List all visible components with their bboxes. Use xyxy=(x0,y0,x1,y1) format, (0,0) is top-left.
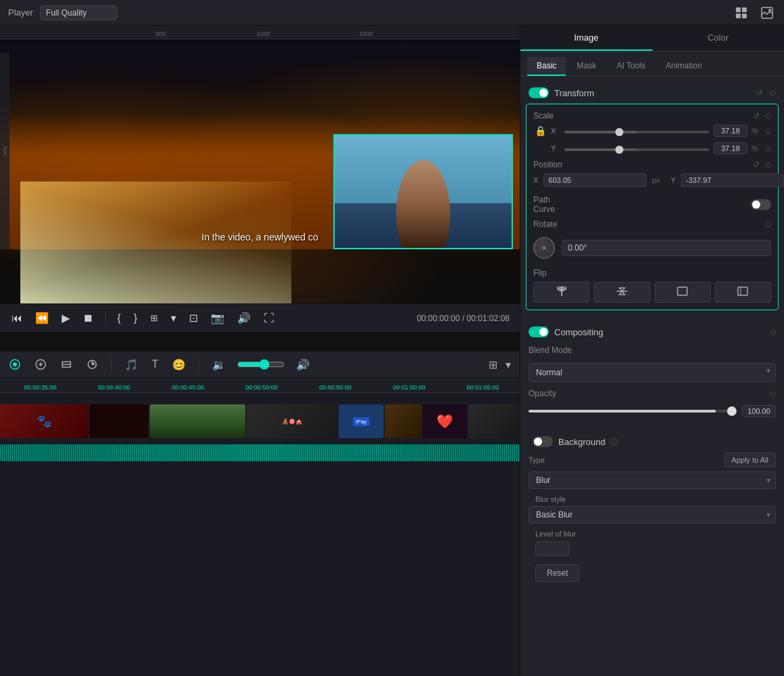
play-prev-button[interactable]: ⏪ xyxy=(34,310,50,326)
compositing-toggle[interactable] xyxy=(529,326,549,337)
time-display: 00:00:00:00 / 00:01:02:08 xyxy=(417,314,510,323)
pos-y-label: Y xyxy=(671,176,676,184)
timeline-grid-btn[interactable]: ⊞ xyxy=(487,356,499,373)
rotate-diamond-btn[interactable]: ◇ xyxy=(765,219,771,229)
timeline-tool-sticker[interactable]: 😊 xyxy=(170,356,188,373)
compositing-diamond-btn[interactable]: ◇ xyxy=(770,327,776,337)
blur-style-select[interactable]: Basic Blur Gaussian Blur Motion Blur xyxy=(529,506,776,524)
scale-y-value[interactable] xyxy=(714,142,747,154)
scale-y-slider[interactable] xyxy=(564,148,709,151)
position-undo-btn[interactable]: ↺ xyxy=(753,160,760,169)
tl-mark-1: 00:00:40:00 xyxy=(77,384,151,391)
lock-icon[interactable]: 🔒 xyxy=(533,125,547,136)
volume-up-btn[interactable]: 🔊 xyxy=(294,356,312,373)
subtab-ai-tools[interactable]: AI Tools xyxy=(607,57,655,76)
audio-button[interactable]: 🔊 xyxy=(236,310,252,326)
svg-rect-3 xyxy=(742,14,747,18)
position-diamond-btn[interactable]: ◇ xyxy=(765,160,771,169)
timeline-tool-0[interactable] xyxy=(7,356,23,373)
quality-select[interactable]: Full Quality Half Quality Quarter Qualit… xyxy=(40,5,117,20)
split-dropdown[interactable]: ▾ xyxy=(169,310,178,326)
transform-undo-btn[interactable]: ↺ xyxy=(756,88,763,98)
pos-x-input[interactable] xyxy=(543,173,646,187)
clip-8[interactable] xyxy=(468,404,520,438)
scale-x-value[interactable] xyxy=(714,125,747,137)
blur-level-input-row xyxy=(529,541,776,560)
split-dropdown-btn[interactable]: ▾ xyxy=(169,310,178,326)
controls-divider xyxy=(105,312,106,325)
background-info-icon: ⓘ xyxy=(611,437,618,447)
clip-2[interactable] xyxy=(89,404,148,438)
blend-mode-section: Blend Mode Normal Multiply Screen Overla… xyxy=(526,343,779,382)
timeline-tool-1[interactable] xyxy=(33,356,49,373)
rotate-header: Rotate ◇ xyxy=(533,219,771,229)
apply-to-all-btn[interactable]: Apply to All xyxy=(724,452,776,467)
portrait-overlay[interactable] xyxy=(333,134,513,249)
timeline-tracks[interactable]: 🐾 🧸🎯🎪 iPay ❤️ xyxy=(0,393,520,676)
opacity-value[interactable] xyxy=(742,405,776,417)
blend-mode-select[interactable]: Normal Multiply Screen Overlay xyxy=(529,363,776,382)
background-toggle[interactable] xyxy=(533,436,553,447)
transform-toggle[interactable] xyxy=(529,87,549,98)
timeline-tool-2[interactable] xyxy=(58,356,75,373)
rotate-keyframe: ◇ xyxy=(765,219,771,229)
timeline-tool-music[interactable]: 🎵 xyxy=(123,356,140,373)
video-display[interactable]: In the video, a newlywed co 500 xyxy=(0,39,520,303)
volume-slider[interactable] xyxy=(237,359,285,370)
image-view-icon[interactable] xyxy=(758,5,776,20)
stop-button[interactable]: ⏹ xyxy=(81,311,95,326)
clip-3[interactable] xyxy=(150,404,245,438)
path-curve-row: Path Curve xyxy=(533,195,771,219)
background-header: Background ⓘ xyxy=(526,431,779,452)
tab-color[interactable]: Color xyxy=(653,26,785,51)
audio-track[interactable] xyxy=(0,444,520,461)
transform-diamond-btn[interactable]: ◇ xyxy=(770,88,776,98)
flip-v-btn[interactable] xyxy=(594,282,650,303)
timeline-tool-3[interactable] xyxy=(84,356,100,373)
split-button[interactable]: ⊞ xyxy=(149,312,159,324)
path-curve-toggle[interactable] xyxy=(751,199,771,210)
volume-down-btn[interactable]: 🔉 xyxy=(210,356,228,373)
rotate-dial[interactable] xyxy=(533,237,555,259)
path-curve-toggle-switch[interactable] xyxy=(751,199,771,210)
background-title: Background xyxy=(558,437,605,447)
flip-h-btn[interactable] xyxy=(533,282,590,303)
type-select[interactable]: Blur Color Image xyxy=(529,471,776,489)
blur-level-input[interactable] xyxy=(535,541,569,556)
subtab-basic[interactable]: Basic xyxy=(527,57,566,76)
scale-x-keyframe[interactable]: ◇ xyxy=(765,126,771,135)
flip-btn-3[interactable] xyxy=(655,282,711,303)
reset-btn[interactable]: Reset xyxy=(535,564,579,582)
scale-diamond-btn[interactable]: ◇ xyxy=(765,111,771,121)
mark-out-button[interactable]: } xyxy=(132,311,138,326)
video-controls: ⏮ ⏪ ▶ ⏹ { } ⊞ ▾ ⊡ 📷 🔊 ⛶ 00:00:00:00 / 00 xyxy=(0,303,520,332)
clip-7[interactable]: ❤️ xyxy=(423,404,467,438)
opacity-slider[interactable] xyxy=(529,410,737,413)
crop-button[interactable]: ⊡ xyxy=(188,310,199,326)
tl-mark-6: 00:01:05:00 xyxy=(446,384,520,391)
tab-image[interactable]: Image xyxy=(520,26,653,51)
position-row: X px Y px xyxy=(533,173,771,187)
opacity-diamond-btn[interactable]: ◇ xyxy=(770,389,776,398)
clip-4[interactable]: 🧸🎯🎪 xyxy=(247,404,337,438)
scale-x-slider[interactable] xyxy=(564,131,709,133)
step-back-button[interactable]: ⏮ xyxy=(10,311,24,326)
scale-y-keyframe[interactable]: ◇ xyxy=(765,144,771,153)
subtab-mask[interactable]: Mask xyxy=(567,57,606,76)
pos-y-input[interactable] xyxy=(681,173,784,187)
clip-1[interactable]: 🐾 xyxy=(0,404,88,438)
subtab-animation[interactable]: Animation xyxy=(656,57,711,76)
grid-view-icon[interactable] xyxy=(733,5,750,20)
mark-in-button[interactable]: { xyxy=(116,311,122,326)
scale-reset-btn[interactable]: ↺ xyxy=(753,111,760,121)
clip-5[interactable]: iPay xyxy=(339,404,383,438)
fullscreen-button[interactable]: ⛶ xyxy=(262,311,276,326)
play-button[interactable]: ▶ xyxy=(60,310,71,326)
timeline-tool-text[interactable]: T xyxy=(150,356,161,373)
clip-6[interactable] xyxy=(385,404,421,438)
rotate-value[interactable] xyxy=(562,240,771,256)
scale-x-row: 🔒 X % ◇ xyxy=(533,125,771,137)
snapshot-button[interactable]: 📷 xyxy=(209,310,226,326)
flip-btn-4[interactable] xyxy=(715,282,771,303)
timeline-menu-btn[interactable]: ▾ xyxy=(503,356,513,373)
